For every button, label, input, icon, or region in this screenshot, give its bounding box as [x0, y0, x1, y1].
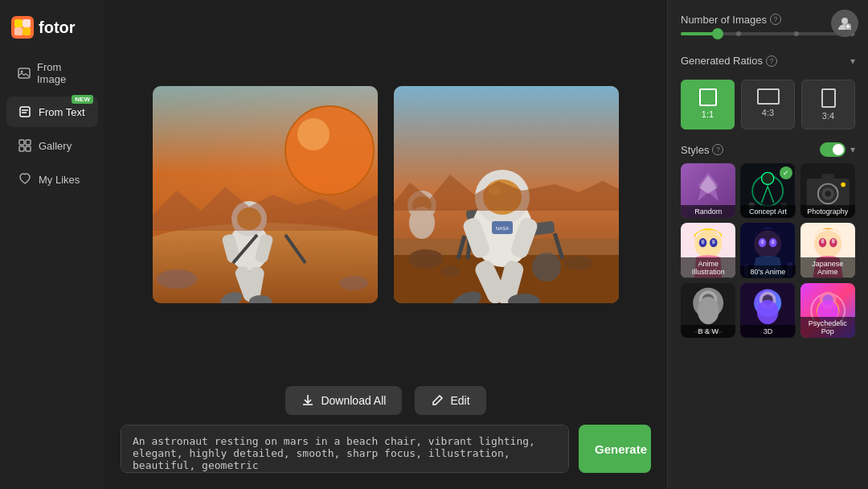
from-image-label: From Image: [37, 61, 87, 85]
sidebar-item-gallery[interactable]: Gallery: [6, 130, 98, 161]
generated-ratios-section: Generated Ratios ? ▾ 1:1 4:3 3:4: [681, 48, 855, 129]
style-item-random[interactable]: Random: [681, 163, 735, 218]
svg-point-86: [772, 240, 775, 244]
number-of-images-section: Number of Images ? 2: [681, 13, 855, 35]
svg-point-6: [21, 71, 23, 73]
svg-rect-73: [821, 174, 833, 180]
my-likes-label: My Likes: [39, 174, 80, 186]
slider-fill: [681, 32, 715, 35]
svg-text:NASA: NASA: [496, 226, 509, 231]
new-badge: NEW: [72, 95, 93, 104]
generated-image-1[interactable]: [153, 86, 378, 303]
style-label-concept-art: Concept Art: [740, 205, 795, 218]
number-of-images-label: Number of Images ?: [681, 14, 781, 26]
svg-rect-0: [11, 16, 34, 39]
ratio-grid: 1:1 4:3 3:4: [681, 80, 855, 129]
style-item-bw[interactable]: B & W: [681, 283, 735, 338]
style-label-japanese-anime: Japanese Anime: [800, 257, 855, 278]
styles-section: Styles ? ▾: [681, 142, 855, 338]
ratios-header[interactable]: Generated Ratios ? ▾: [681, 48, 855, 73]
sidebar: fotor From Image From Text NEW: [0, 0, 104, 489]
images-slider-track[interactable]: [681, 32, 855, 35]
sidebar-item-my-likes[interactable]: My Likes: [6, 164, 98, 195]
style-label-3d: 3D: [740, 325, 795, 338]
svg-rect-5: [18, 68, 30, 78]
svg-rect-12: [19, 146, 24, 151]
svg-point-99: [698, 297, 719, 324]
svg-point-90: [814, 231, 841, 258]
svg-rect-10: [19, 140, 24, 145]
gallery-icon: [18, 138, 32, 153]
ratio-icon-square: [699, 88, 717, 106]
download-all-label: Download All: [321, 394, 386, 407]
svg-point-35: [408, 249, 444, 269]
style-item-anime-illustration[interactable]: Anime Illustration: [681, 223, 735, 277]
style-item-psychedelic-pop[interactable]: Psychedelic Pop: [800, 283, 855, 338]
ratio-btn-4-3[interactable]: 4:3: [741, 80, 795, 129]
style-label-photography: Photography: [800, 205, 855, 218]
edit-label: Edit: [450, 394, 469, 407]
download-all-button[interactable]: Download All: [285, 386, 402, 415]
style-item-3d[interactable]: 3D: [740, 283, 795, 338]
prompt-bar: An astronaut resting on mars in a beach …: [121, 425, 651, 473]
ratio-label-4-3: 4:3: [762, 108, 774, 117]
styles-title: Styles ?: [681, 144, 723, 156]
svg-point-72: [825, 191, 831, 197]
svg-rect-3: [14, 27, 23, 35]
svg-rect-4: [23, 27, 31, 35]
avatar[interactable]: [831, 10, 858, 37]
svg-point-76: [694, 231, 722, 258]
from-text-icon: [18, 105, 32, 119]
images-area: NASA: [121, 16, 651, 373]
download-icon: [301, 394, 314, 407]
ratio-btn-1-1[interactable]: 1:1: [681, 80, 735, 129]
ratios-title: Generated Ratios ?: [681, 55, 777, 67]
generate-label: Generate: [595, 442, 647, 456]
ratio-btn-3-4[interactable]: 3:4: [801, 80, 855, 129]
style-item-80s-anime[interactable]: 80's Anime: [740, 223, 795, 277]
generate-button[interactable]: Generate: [579, 425, 651, 473]
svg-point-111: [841, 18, 848, 24]
svg-point-93: [821, 239, 824, 244]
svg-rect-13: [26, 146, 31, 151]
styles-info-icon[interactable]: ?: [712, 144, 723, 155]
generated-image-2[interactable]: NASA: [394, 86, 619, 303]
svg-point-80: [712, 240, 715, 244]
prompt-input[interactable]: An astronaut resting on mars in a beach …: [121, 425, 569, 473]
svg-point-82: [754, 231, 781, 258]
action-bar: Download All Edit: [121, 373, 651, 425]
styles-grid: Random Concept Art: [681, 163, 855, 338]
styles-toggle[interactable]: [820, 142, 845, 157]
style-item-photography[interactable]: Photography: [800, 163, 855, 218]
style-label-anime-illustration: Anime Illustration: [681, 257, 735, 278]
style-item-japanese-anime[interactable]: Japanese Anime: [800, 223, 855, 277]
ratios-chevron-icon: ▾: [850, 55, 855, 67]
main-content: NASA Download All: [104, 0, 667, 489]
svg-point-74: [841, 183, 845, 187]
ratios-info-icon[interactable]: ?: [766, 55, 777, 67]
edit-button[interactable]: Edit: [415, 386, 485, 415]
from-text-label: From Text: [39, 106, 85, 118]
gallery-label: Gallery: [39, 140, 72, 152]
svg-point-58: [409, 207, 435, 239]
ratio-icon-landscape: [757, 88, 780, 105]
from-image-icon: [18, 66, 31, 80]
number-info-icon[interactable]: ?: [770, 14, 781, 25]
style-item-concept-art[interactable]: Concept Art: [740, 163, 795, 218]
svg-point-79: [702, 240, 705, 244]
right-panel: Number of Images ? 2 Generated Ratios ? …: [667, 0, 868, 489]
sidebar-item-from-text[interactable]: From Text NEW: [6, 97, 98, 127]
svg-point-85: [761, 240, 764, 244]
style-label-80s-anime: 80's Anime: [740, 265, 795, 278]
slider-dot-1: [736, 31, 741, 36]
style-label-bw: B & W: [681, 325, 735, 338]
svg-point-38: [440, 265, 460, 277]
svg-point-31: [339, 276, 368, 290]
ratio-icon-portrait: [821, 88, 836, 108]
toggle-thumb: [833, 144, 844, 155]
svg-rect-7: [20, 107, 30, 117]
slider-thumb[interactable]: [712, 28, 723, 39]
sidebar-item-from-image[interactable]: From Image: [6, 53, 98, 93]
styles-chevron-icon: ▾: [850, 144, 855, 155]
avatar-icon: [837, 15, 853, 31]
